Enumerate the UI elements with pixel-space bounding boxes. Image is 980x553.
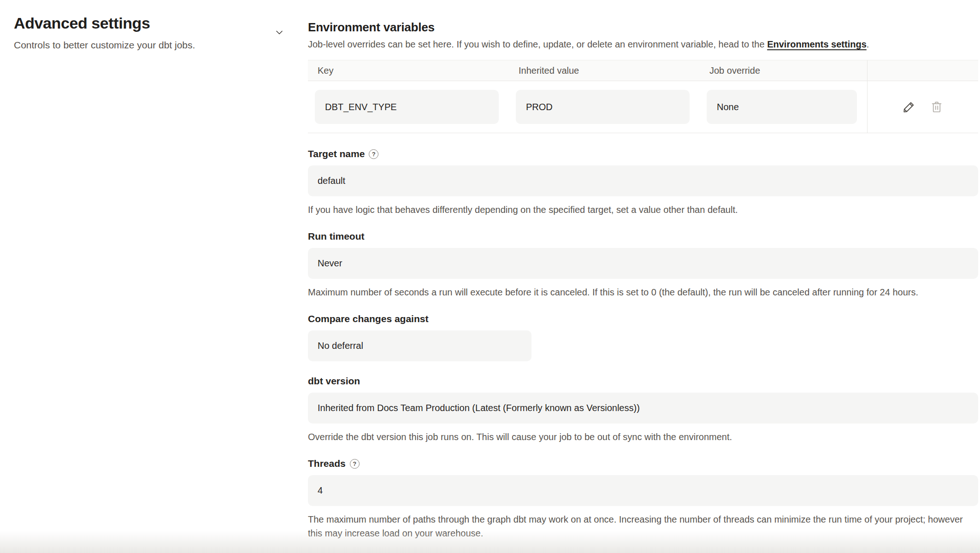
section-header-panel: Advanced settings Controls to better cus… [0,14,308,553]
compare-changes-field: Compare changes against [308,313,978,361]
page-title: Advanced settings [14,14,308,32]
env-vars-description-period: . [867,39,869,49]
threads-helper: The maximum number of paths through the … [308,512,978,540]
env-var-job-override-field[interactable]: None [707,90,857,124]
dbt-version-label-row: dbt version [308,375,978,387]
compare-changes-input[interactable] [308,330,531,361]
environments-settings-link[interactable]: Environments settings [767,39,867,49]
run-timeout-input[interactable] [308,248,978,279]
threads-input[interactable] [308,475,978,506]
threads-label-row: Threads ? [308,458,978,470]
target-name-label-row: Target name ? [308,148,978,160]
advanced-settings-page: Advanced settings Controls to better cus… [0,0,980,553]
threads-label: Threads [308,458,346,470]
page-subtitle: Controls to better customize your dbt jo… [14,39,308,51]
target-name-label: Target name [308,148,365,160]
advanced-settings-content: Environment variables Job-level override… [308,14,980,553]
env-vars-title: Environment variables [308,19,978,35]
target-name-helper: If you have logic that behaves different… [308,203,978,217]
env-var-key-field[interactable]: DBT_ENV_TYPE [315,90,499,124]
env-var-key-cell: DBT_ENV_TYPE [308,90,509,124]
trash-icon [930,100,944,114]
compare-changes-label: Compare changes against [308,313,428,325]
target-name-input[interactable] [308,165,978,196]
env-vars-table: Key Inherited value Job override DBT_ENV… [308,60,978,133]
env-vars-description-text: Job-level overrides can be set here. If … [308,39,767,49]
env-var-inherited-value-field[interactable]: PROD [516,90,690,124]
pencil-icon [902,100,916,114]
run-timeout-helper: Maximum number of seconds a run will exe… [308,285,978,299]
dbt-version-input[interactable] [308,393,978,424]
col-header-key: Key [308,65,509,76]
run-timeout-label: Run timeout [308,230,364,242]
env-var-table-row: DBT_ENV_TYPE PROD None [308,81,978,133]
dbt-version-field: dbt version Override the dbt version thi… [308,375,978,444]
col-header-job-override: Job override [700,65,867,76]
run-timeout-label-row: Run timeout [308,230,978,242]
help-icon[interactable]: ? [350,459,360,469]
threads-field: Threads ? The maximum number of paths th… [308,458,978,540]
env-var-actions-cell [867,81,978,133]
compare-changes-label-row: Compare changes against [308,313,978,325]
collapse-section-button[interactable] [271,24,288,41]
env-vars-description: Job-level overrides can be set here. If … [308,38,978,51]
run-timeout-field: Run timeout Maximum number of seconds a … [308,230,978,299]
col-header-inherited-value: Inherited value [509,65,700,76]
env-var-job-override-cell: None [700,90,867,124]
chevron-down-icon [274,27,285,38]
delete-env-var-button[interactable] [929,99,945,115]
help-icon[interactable]: ? [369,149,378,159]
dbt-version-label: dbt version [308,375,360,387]
edit-env-var-button[interactable] [901,99,917,115]
env-vars-table-header: Key Inherited value Job override [308,60,978,81]
dbt-version-helper: Override the dbt version this job runs o… [308,430,978,444]
col-header-actions [867,60,978,81]
env-var-inherited-value-cell: PROD [509,90,700,124]
target-name-field: Target name ? If you have logic that beh… [308,148,978,217]
